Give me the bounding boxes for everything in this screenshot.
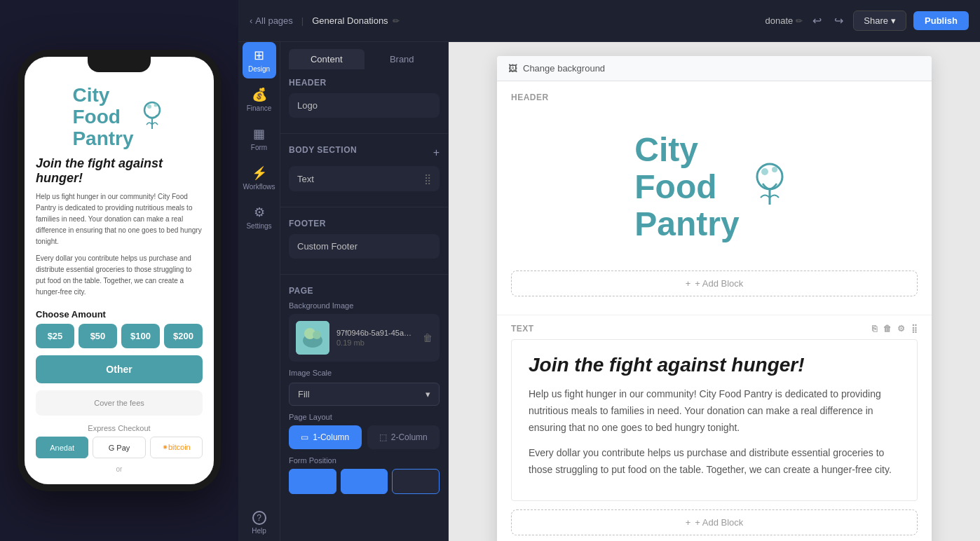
footer-section-label: Footer bbox=[289, 219, 440, 228]
amount-100-button[interactable]: $100 bbox=[121, 324, 160, 348]
form-position-label: Form Position bbox=[289, 456, 440, 465]
thumbnail-svg bbox=[296, 321, 329, 355]
layout-1col-button[interactable]: ▭ 1-Column bbox=[289, 425, 362, 449]
col1-icon: ▭ bbox=[301, 432, 308, 442]
anedat-pay-button[interactable]: Anedat bbox=[36, 437, 88, 458]
canvas-inner: 🖼 Change background Header CityFoodPantr… bbox=[497, 56, 932, 541]
drag-block-icon[interactable]: ⣿ bbox=[911, 324, 918, 334]
plus-icon-2: + bbox=[686, 517, 691, 528]
help-icon: ? bbox=[252, 511, 266, 525]
form-pos-right[interactable] bbox=[392, 469, 440, 494]
col2-icon: ⬚ bbox=[379, 432, 387, 442]
logo-icon-svg bbox=[745, 159, 794, 215]
back-to-pages[interactable]: ‹ All pages bbox=[250, 15, 293, 26]
tab-content[interactable]: Content bbox=[289, 49, 365, 69]
image-size: 0.19 mb bbox=[336, 338, 416, 347]
phone-headline: Join the fight against hunger! bbox=[25, 156, 214, 191]
sidebar-item-settings[interactable]: ⚙ Settings bbox=[243, 199, 276, 235]
bg-image-item[interactable]: 97f0946b-5a91-45a7-80c3-cc499dbbdc1a 0.1… bbox=[289, 314, 440, 362]
express-checkout-label: Express Checkout bbox=[36, 424, 203, 432]
page-name: General Donations ✏ bbox=[312, 15, 399, 26]
other-amount-button[interactable]: Other bbox=[36, 355, 203, 383]
layout-2col-button[interactable]: ⬚ 2-Column bbox=[367, 425, 440, 449]
text-block-actions: ⎘ 🗑 ⚙ ⣿ bbox=[872, 324, 918, 334]
body-item-icons: ⣿ bbox=[424, 173, 431, 184]
bitcoin-pay-button[interactable]: ⁕bitcoin bbox=[150, 437, 203, 458]
main-canvas: 🖼 Change background Header CityFoodPantr… bbox=[449, 42, 980, 541]
phone-body-1: Help us fight hunger in our community! C… bbox=[25, 191, 214, 253]
body-section-label: Body Section bbox=[289, 145, 357, 155]
delete-image-button[interactable]: 🗑 bbox=[423, 332, 433, 343]
logo-container: CityFoodPantry bbox=[634, 132, 794, 242]
phone-logo-text: CityFoodPantry bbox=[72, 85, 133, 149]
edit-project-icon[interactable]: ✏ bbox=[796, 16, 803, 26]
tab-brand[interactable]: Brand bbox=[365, 49, 440, 69]
sidebar-item-workflows[interactable]: ⚡ Workflows bbox=[243, 160, 276, 196]
page-section: Page Background Image 9 bbox=[280, 278, 448, 502]
form-pos-center[interactable] bbox=[341, 469, 388, 494]
phone-logo-svg bbox=[138, 100, 166, 135]
nav-right-actions: donate ✏ ↩ ↪ Share ▾ Publish bbox=[765, 11, 969, 31]
left-sidebar: ⊞ Design 💰 Finance ▦ Form ⚡ Workflows ⚙ … bbox=[238, 0, 280, 541]
body-text-item[interactable]: Text ⣿ bbox=[289, 166, 440, 191]
canvas-headline: Join the fight against hunger! bbox=[529, 354, 900, 376]
cover-fee-item[interactable]: Cover the fees bbox=[36, 390, 203, 416]
image-row: 97f0946b-5a91-45a7-80c3-cc499dbbdc1a 0.1… bbox=[296, 321, 433, 355]
design-icon: ⊞ bbox=[254, 48, 264, 63]
canvas-body-1: Help us fight hunger in our community! C… bbox=[529, 386, 900, 436]
settings-icon: ⚙ bbox=[254, 205, 265, 220]
bg-image-label: Background Image bbox=[289, 301, 440, 310]
sidebar-item-help[interactable]: ? Help bbox=[243, 505, 276, 541]
svg-point-7 bbox=[772, 167, 777, 172]
divider-3 bbox=[280, 274, 448, 275]
design-panel: Content Brand Header Logo Body Section +… bbox=[280, 42, 449, 541]
logo-text: CityFoodPantry bbox=[634, 132, 739, 242]
image-thumbnail bbox=[296, 321, 329, 355]
phone-notch bbox=[88, 57, 151, 72]
canvas-header-label: Header bbox=[511, 93, 918, 102]
nav-separator: | bbox=[301, 15, 304, 26]
phone-content: CityFoodPantry Join the fight against hu… bbox=[25, 57, 214, 484]
header-logo-item[interactable]: Logo bbox=[289, 93, 440, 118]
settings-block-icon[interactable]: ⚙ bbox=[897, 324, 906, 334]
publish-button[interactable]: Publish bbox=[913, 11, 969, 30]
top-navigation: ‹ All pages | General Donations ✏ donate… bbox=[238, 0, 980, 42]
gpay-button[interactable]: G Pay bbox=[93, 437, 145, 458]
add-block-header-button[interactable]: + + Add Block bbox=[511, 270, 918, 296]
amount-25-button[interactable]: $25 bbox=[36, 324, 74, 348]
sidebar-item-design[interactable]: ⊞ Design bbox=[243, 42, 276, 78]
footer-custom-item[interactable]: Custom Footer bbox=[289, 234, 440, 259]
phone-logo-area: CityFoodPantry bbox=[25, 72, 214, 156]
add-block-text-button[interactable]: + + Add Block bbox=[511, 509, 918, 535]
sidebar-item-form[interactable]: ▦ Form bbox=[243, 121, 276, 157]
svg-point-10 bbox=[147, 104, 151, 109]
phone-choose-amount: Choose Amount bbox=[25, 303, 214, 324]
drag-handle-icon[interactable]: ⣿ bbox=[424, 173, 431, 184]
chevron-down-icon: ▾ bbox=[426, 389, 430, 399]
copy-block-icon[interactable]: ⎘ bbox=[872, 324, 878, 334]
footer-section: Footer Custom Footer bbox=[280, 210, 448, 271]
text-block-label: Text bbox=[511, 324, 534, 334]
change-background-bar[interactable]: 🖼 Change background bbox=[497, 56, 932, 81]
redo-button[interactable]: ↪ bbox=[831, 11, 846, 30]
image-scale-select[interactable]: Fill ▾ bbox=[289, 383, 440, 406]
body-section-header: Body Section + bbox=[289, 145, 440, 160]
sidebar-item-finance[interactable]: 💰 Finance bbox=[243, 81, 276, 118]
share-button[interactable]: Share ▾ bbox=[853, 11, 906, 31]
divider-1 bbox=[280, 133, 448, 134]
header-section: Header Logo bbox=[280, 69, 448, 130]
bg-image-container: Background Image 97f0946b-5a91-45a7-80c3 bbox=[289, 301, 440, 406]
form-position-buttons bbox=[289, 469, 440, 494]
undo-button[interactable]: ↩ bbox=[810, 11, 824, 30]
amount-50-button[interactable]: $50 bbox=[79, 324, 117, 348]
form-pos-left[interactable] bbox=[289, 469, 336, 494]
delete-block-icon[interactable]: 🗑 bbox=[883, 324, 892, 334]
edit-page-name-icon[interactable]: ✏ bbox=[393, 16, 400, 26]
phone-mockup: CityFoodPantry Join the fight against hu… bbox=[0, 0, 238, 541]
phone-amounts: $25 $50 $100 $200 bbox=[25, 324, 214, 355]
amount-200-button[interactable]: $200 bbox=[164, 324, 203, 348]
image-scale-label: Image Scale bbox=[289, 369, 440, 377]
back-arrow-icon: ‹ bbox=[250, 15, 252, 26]
divider-2 bbox=[280, 207, 448, 207]
add-body-block-icon[interactable]: + bbox=[433, 146, 440, 159]
